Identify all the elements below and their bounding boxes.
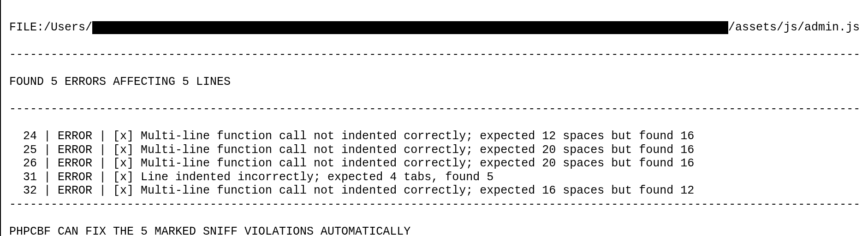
fixer-note: PHPCBF CAN FIX THE 5 MARKED SNIFF VIOLAT… bbox=[9, 225, 860, 236]
redacted-path-segment bbox=[92, 21, 728, 34]
file-label: FILE: bbox=[9, 21, 44, 35]
divider: ----------------------------------------… bbox=[9, 198, 860, 212]
summary-line: FOUND 5 ERRORS AFFECTING 5 LINES bbox=[9, 75, 860, 89]
file-path-prefix: /Users/ bbox=[44, 21, 92, 35]
error-list: 24 | ERROR | [x] Multi-line function cal… bbox=[9, 130, 694, 197]
divider: ----------------------------------------… bbox=[9, 48, 860, 62]
divider: ----------------------------------------… bbox=[9, 102, 860, 116]
file-path-suffix: /assets/js/admin.js bbox=[728, 21, 860, 35]
file-line: FILE: /Users//assets/js/admin.js bbox=[9, 21, 860, 35]
phpcs-output: FILE: /Users//assets/js/admin.js -------… bbox=[9, 21, 860, 236]
